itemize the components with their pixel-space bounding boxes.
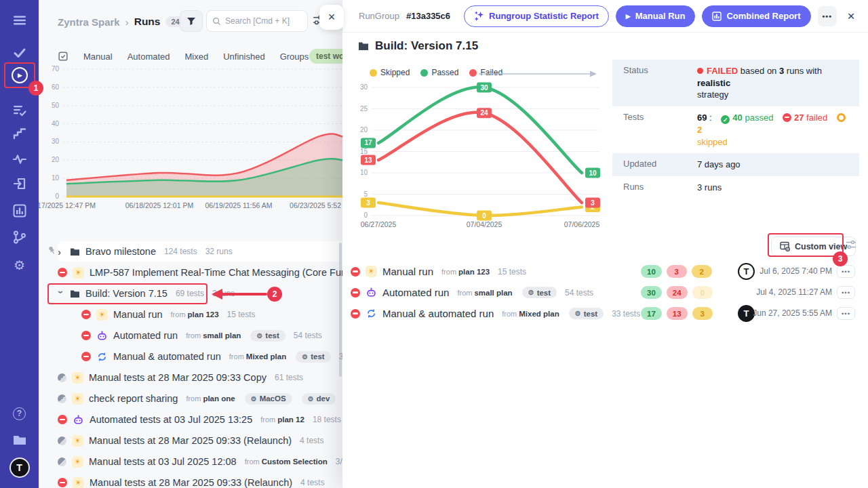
branch-icon[interactable] [0, 226, 39, 249]
chevron-down-icon[interactable]: › [56, 290, 67, 297]
tree-row-run[interactable]: ☀ LMP-587 Implement Real-Time Chat Messa… [39, 262, 342, 283]
svg-text:0: 0 [363, 211, 368, 219]
failed-status-icon [58, 478, 67, 487]
settings-gear-icon[interactable]: ⚙ [0, 253, 39, 277]
run-name: Automated run [382, 287, 449, 298]
from-plan: fromsmall plan [457, 289, 512, 297]
from-plan: fromplan 123 [171, 310, 219, 319]
filter-button[interactable] [180, 10, 203, 32]
chart-icon [712, 12, 722, 21]
env-badge: ⚙test [250, 330, 285, 342]
tab-groups[interactable]: Groups [280, 52, 309, 62]
search-icon [212, 17, 221, 26]
tree-row-child-run[interactable]: Automated run fromsmall plan ⚙test 54 te… [39, 325, 342, 346]
detail-row-updated: Updated 7 days ago [612, 153, 859, 176]
activity-pulse-icon[interactable] [0, 148, 39, 171]
steps-icon[interactable] [0, 122, 39, 145]
svg-text:15: 15 [360, 148, 368, 155]
run-name: Manual tests at 28 Mar 2025 09:33 Copy [89, 372, 267, 383]
folder-icon [358, 41, 369, 51]
manual-run-icon: ☀ [72, 393, 83, 405]
gear-icon: ⚙ [308, 395, 314, 403]
svg-text:5: 5 [363, 190, 368, 198]
run-row[interactable]: Manual & automated run fromMixed plan ⚙t… [351, 303, 858, 324]
failed-status-icon [81, 310, 91, 319]
tree-row-milestone[interactable]: › Bravo milestone 124 tests 32 runs [39, 241, 342, 262]
tree-row-run[interactable]: ☀ Manual tests at 28 Mar 2025 09:33 (Rel… [39, 472, 342, 488]
tests-count: 3/3 tests [336, 457, 342, 466]
runs-count: 32 runs [205, 247, 233, 256]
tag-pill[interactable]: test work [309, 49, 342, 64]
tree-row-run[interactable]: ☀ Manual tests at 28 Mar 2025 09:33 (Rel… [39, 430, 342, 451]
svg-text:06/19/2025 11:56 AM: 06/19/2025 11:56 AM [205, 201, 272, 209]
search-input[interactable] [225, 16, 302, 26]
rungroup-title-text: Build: Version 7.15 [375, 39, 478, 53]
chevron-right-icon[interactable]: › [58, 246, 64, 258]
runs-label: Runs [612, 176, 697, 199]
view-sliders-icon[interactable] [846, 240, 856, 249]
detail-header: RunGroup #13a335c6 Rungroup Statistic Re… [342, 0, 868, 33]
row-more-button[interactable]: ••• [837, 265, 855, 278]
select-runs-icon[interactable] [58, 51, 68, 62]
run-name: Automated tests at 03 Jul 2025 13:25 [90, 414, 252, 425]
mixed-run-icon [96, 351, 108, 363]
user-avatar[interactable]: T [0, 456, 39, 479]
run-name: Manual & automated run [382, 308, 494, 319]
detail-row-tests: Tests 69 : ✓40 passed 27 failed 2 skippe… [612, 106, 859, 154]
breadcrumb-project[interactable]: Zyntra Spark [58, 16, 120, 28]
more-actions-button[interactable]: ••• [818, 6, 837, 26]
row-more-button[interactable]: ••• [837, 307, 855, 320]
list-check-icon[interactable] [0, 99, 39, 122]
run-name: Manual run [113, 309, 163, 320]
projects-folder-icon[interactable] [0, 428, 39, 451]
partial-status-icon [58, 394, 66, 403]
avatar[interactable]: T [738, 263, 755, 280]
tab-automated[interactable]: Automated [127, 52, 170, 62]
manual-run-icon: ☀ [73, 267, 84, 279]
manual-run-icon: ☀ [72, 372, 83, 384]
tree-row-child-run[interactable]: ☀ Manual run fromplan 123 15 tests [39, 304, 342, 325]
tests-count: 4 tests [300, 436, 323, 445]
failed-status-icon [58, 415, 67, 424]
manual-run-button[interactable]: ▶ Manual Run [616, 5, 696, 27]
tree-row-run[interactable]: ☀ Manual tests at 03 Jul 2025 12:08 from… [39, 451, 342, 472]
menu-icon[interactable] [0, 9, 39, 32]
tests-count: 54 tests [294, 331, 322, 340]
passed-badge: 30 [641, 286, 662, 299]
runs-tabs: Manual Automated Mixed Unfinished Groups [58, 48, 309, 64]
search-box[interactable] [206, 10, 308, 32]
manual-run-label: Manual Run [635, 11, 686, 21]
run-row[interactable]: ☀ Manual run fromplan 123 15 tests 10 3 … [351, 261, 858, 282]
tests-check-icon[interactable] [0, 41, 39, 64]
sparkles-icon [474, 11, 484, 21]
bar-chart-icon[interactable] [0, 199, 39, 222]
tree-row-run[interactable]: ☀ check report sharing fromplan one ⚙Mac… [39, 388, 342, 409]
sign-in-icon[interactable] [0, 172, 39, 195]
rungroup-label: RunGroup [359, 11, 399, 21]
help-icon[interactable]: ? [0, 402, 39, 425]
run-name: Manual tests at 28 Mar 2025 09:33 (Relau… [90, 477, 292, 488]
panel-close-button[interactable]: × [319, 5, 344, 30]
tests-count: 4 tests [300, 478, 324, 487]
svg-text:0: 0 [55, 192, 59, 200]
row-more-button[interactable]: ••• [837, 286, 855, 299]
statistic-report-button[interactable]: Rungroup Statistic Report [464, 5, 609, 27]
updated-value: 7 days ago [697, 153, 859, 176]
tree-row-run[interactable]: ☀ Manual tests at 28 Mar 2025 09:33 Copy… [39, 367, 342, 388]
from-plan: fromplan 12 [260, 415, 304, 424]
combined-report-button[interactable]: Combined Report [702, 5, 810, 27]
tab-unfinished[interactable]: Unfinished [223, 52, 264, 62]
custom-view-label: Custom view [795, 242, 847, 251]
run-row[interactable]: Automated run fromsmall plan ⚙test 54 te… [351, 282, 858, 303]
skipped-badge: 3 [692, 307, 713, 320]
tree-row-run[interactable]: Automated tests at 03 Jul 2025 13:25 fro… [39, 409, 342, 430]
close-icon[interactable]: × [844, 6, 859, 26]
svg-text:70: 70 [52, 65, 60, 73]
table-gear-icon [780, 241, 790, 251]
tree-row-group-selected[interactable]: › Build: Version 7.15 69 tests 3 runs [39, 283, 342, 304]
tab-manual[interactable]: Manual [83, 52, 113, 62]
tab-mixed[interactable]: Mixed [185, 52, 209, 62]
failed-badge: 3 [667, 265, 687, 278]
tree-row-child-run[interactable]: Manual & automated run fromMixed plan ⚙t… [39, 346, 342, 367]
failed-badge: 24 [667, 286, 688, 299]
